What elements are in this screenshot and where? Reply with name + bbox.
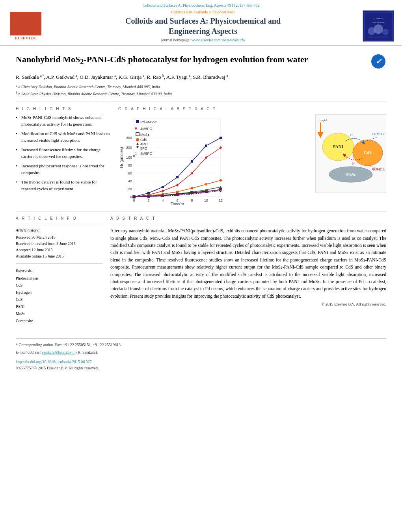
corresponding-author-note: * Corresponding author. Fax: +91 22 2550… xyxy=(16,342,386,348)
crossmark-icon: ✓ xyxy=(371,54,385,69)
article-info-abstract: A R T I C L E I N F O Article history: R… xyxy=(16,216,386,324)
svg-rect-49 xyxy=(176,176,179,178)
svg-text:40: 40 xyxy=(128,179,132,183)
svg-rect-4 xyxy=(29,20,32,34)
svg-text:10: 10 xyxy=(204,198,208,202)
reaction-diagram: light PANI CdS xyxy=(315,114,386,193)
svg-text:PANI: PANI xyxy=(333,144,343,149)
abstract-label: A B S T R A C T xyxy=(110,216,386,221)
svg-text:Colloids: Colloids xyxy=(374,17,382,20)
copyright: © 2015 Elsevier B.V. All rights reserved… xyxy=(110,302,386,306)
affiliation-b: b b Solid State Physics Division, Bhabha… xyxy=(16,91,386,97)
email-link[interactable]: sasikala@barc.gov.in xyxy=(42,350,75,354)
journal-title-center: Contents lists available at ScienceDirec… xyxy=(43,10,363,42)
footer-divider xyxy=(16,338,386,339)
history-item: Received 30 March 2015 xyxy=(16,234,102,241)
issn-line: 0927-7757/© 2015 Elsevier B.V. All right… xyxy=(16,366,99,370)
keyword-item: Composite xyxy=(16,317,102,324)
authors-line: R. Sasikala a,*, A.P. Gaikwad a, O.D. Ja… xyxy=(16,73,386,81)
keyword-item: Hydrogen xyxy=(16,289,102,296)
svg-text:light: light xyxy=(320,118,327,122)
elsevier-text: ELSEVIER xyxy=(15,36,36,40)
highlights-list: MoS₂-PANI-CdS nanohybrid shows enhanced … xyxy=(16,114,110,192)
article-title: Nanohybrid MoS2-PANI-CdS photocatalyst f… xyxy=(16,54,370,67)
svg-text:80: 80 xyxy=(128,163,132,167)
doi-link[interactable]: http://dx.doi.org/10.1016/j.colsurfa.201… xyxy=(16,359,386,365)
graphical-abstract-section: G R A P H I C A L A B S T R A C T H₂ (μm… xyxy=(118,107,386,206)
svg-text:and Surfaces: and Surfaces xyxy=(372,21,384,24)
svg-text:4: 4 xyxy=(162,198,164,202)
highlight-item: The hybrid catalyst is found to be stabl… xyxy=(16,179,110,192)
svg-text:CdS: CdS xyxy=(140,138,147,142)
svg-text:Pd-4M5pC: Pd-4M5pC xyxy=(140,120,158,124)
email-label: E-mail address: sasikala@barc.gov.in (R.… xyxy=(16,350,98,354)
highlight-item: MoS₂-PANI-CdS nanohybrid shows enhanced … xyxy=(16,114,110,127)
svg-text:Time(h): Time(h) xyxy=(171,202,184,205)
svg-text:MoS₂: MoS₂ xyxy=(140,133,149,137)
article-title-section: Nanohybrid MoS2-PANI-CdS photocatalyst f… xyxy=(16,54,386,69)
svg-text:4M5PC: 4M5PC xyxy=(140,152,153,156)
keyword-item: CdS xyxy=(16,296,102,303)
svg-text:5PC: 5PC xyxy=(140,146,147,150)
svg-text:100: 100 xyxy=(126,156,132,159)
highlights-section: H I G H L I G H T S MoS₂-PANI-CdS nanohy… xyxy=(16,107,110,206)
svg-rect-2 xyxy=(21,20,24,34)
keyword-item: MoS₂ xyxy=(16,310,102,317)
divider-2 xyxy=(16,211,386,211)
journal-cover-image: Colloids and Surfaces xyxy=(363,10,394,42)
svg-text:4M5PC: 4M5PC xyxy=(140,127,153,131)
svg-text:LUMO e⁻: LUMO e⁻ xyxy=(372,132,385,136)
svg-rect-7 xyxy=(11,34,41,35)
highlight-item: Modification of CdS with MoS₂ and PANI l… xyxy=(16,130,110,143)
svg-text:20: 20 xyxy=(128,187,132,191)
chart-container: H₂ (μmoles) xyxy=(118,114,311,206)
crossmark[interactable]: ✓ xyxy=(370,54,386,69)
svg-rect-50 xyxy=(191,160,193,163)
svg-rect-48 xyxy=(162,186,164,188)
history-item: Accepted 12 June 2015 xyxy=(16,247,102,253)
abstract-col: A B S T R A C T A ternary nanohybrid mat… xyxy=(110,216,386,324)
article-history: Article history: Received 30 March 2015 … xyxy=(16,227,102,260)
history-item: Available online 15 June 2015 xyxy=(16,253,102,260)
article-content: Nanohybrid MoS2-PANI-CdS photocatalyst f… xyxy=(0,46,402,332)
science-direct-link: Contents lists available at ScienceDirec… xyxy=(51,10,355,14)
svg-point-72 xyxy=(205,183,207,185)
article-history-title: Article history: xyxy=(16,227,102,234)
svg-rect-5 xyxy=(33,24,36,34)
svg-text:H₂ (μmoles): H₂ (μmoles) xyxy=(119,147,124,168)
svg-text:HOMO h⁺: HOMO h⁺ xyxy=(372,167,385,171)
highlight-item: Increased photocurrent response is obser… xyxy=(16,163,110,176)
svg-text:200: 200 xyxy=(126,146,132,150)
article-info-col: A R T I C L E I N F O Article history: R… xyxy=(16,216,102,324)
highlight-item: Increased fluorescence lifetime for the … xyxy=(16,146,110,159)
svg-rect-0 xyxy=(13,28,16,34)
highlights-abstract-section: H I G H L I G H T S MoS₂-PANI-CdS nanohy… xyxy=(16,107,386,206)
keywords-section: Keywords: Photocatalysis CdS Hydrogen Cd… xyxy=(16,267,102,324)
svg-point-96 xyxy=(136,138,139,141)
affiliations: a a Chemistry Division, Bhabha Atomic Re… xyxy=(16,83,386,90)
svg-text:2: 2 xyxy=(147,198,149,202)
svg-text:300: 300 xyxy=(126,136,132,140)
svg-point-13 xyxy=(374,24,383,34)
homepage-link[interactable]: www.elsevier.com/locate/colsurfa xyxy=(192,38,245,42)
elsevier-logo: ELSEVIER xyxy=(8,12,43,40)
svg-text:0: 0 xyxy=(130,195,132,199)
svg-point-71 xyxy=(191,187,193,189)
keyword-item: CdS xyxy=(16,282,102,289)
svg-rect-52 xyxy=(220,137,222,139)
journal-title: Colloids and Surfaces A: Physicochemical… xyxy=(51,16,355,36)
journal-top-link[interactable]: Colloids and Surfaces A: Physicochem. En… xyxy=(8,3,394,7)
article-info-label: A R T I C L E I N F O xyxy=(16,216,102,221)
svg-text:8: 8 xyxy=(191,198,193,202)
journal-header: Colloids and Surfaces A: Physicochem. En… xyxy=(0,0,402,46)
svg-text:MoS₂: MoS₂ xyxy=(346,172,355,177)
svg-rect-1 xyxy=(17,24,20,34)
graphical-abstract-area: H₂ (μmoles) xyxy=(118,114,386,206)
keyword-item: PANI xyxy=(16,303,102,310)
graphical-abstract-label: G R A P H I C A L A B S T R A C T xyxy=(118,107,386,111)
keyword-item: Photocatalysis xyxy=(16,275,102,282)
highlights-label: H I G H L I G H T S xyxy=(16,107,110,111)
svg-text:12: 12 xyxy=(219,198,223,202)
keywords-title: Keywords: xyxy=(16,267,102,274)
svg-point-14 xyxy=(382,29,389,35)
